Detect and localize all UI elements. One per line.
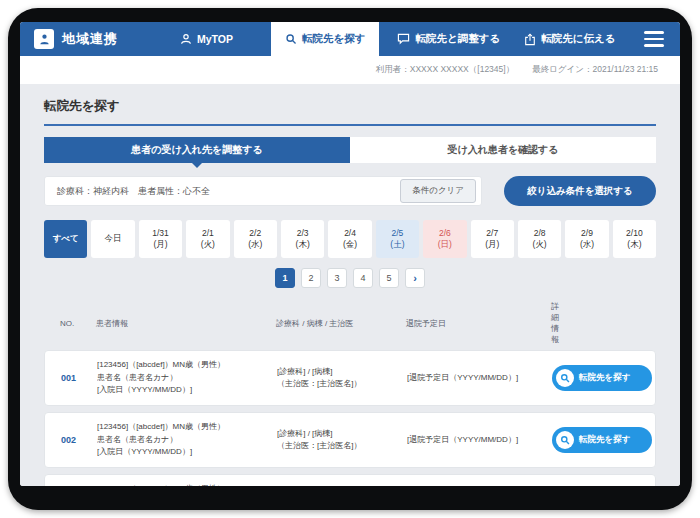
app-title: 地域連携 bbox=[62, 30, 118, 48]
date-tab-weekday: (木) bbox=[296, 239, 310, 250]
main-content: 転院先を探す 患者の受け入れ先を調整する 受け入れ患者を確認する 診療 bbox=[20, 84, 680, 486]
table-row: 001 [123456]（[abcdef]）MN歳（男性） 患者名（患者名カナ）… bbox=[44, 350, 656, 406]
table-row: 003 [123456]（[abcdef]）MN歳（男性） 患者名（患者名カナ）… bbox=[44, 474, 656, 486]
date-tab[interactable]: 2/3 (木) bbox=[281, 220, 324, 258]
filter-conditions-box[interactable]: 診療科：神経内科 患者属性：心不全 条件のクリア bbox=[44, 176, 482, 206]
admission-date: [入院日（YYYY/MM/DD）] bbox=[97, 384, 277, 396]
admission-date: [入院日（YYYY/MM/DD）] bbox=[97, 446, 277, 458]
segment-tab-label: 患者の受け入れ先を調整する bbox=[131, 143, 262, 157]
page-button[interactable]: 4 bbox=[353, 268, 373, 288]
discharge-date-cell: [退院予定日（YYYY/MM/DD）] bbox=[407, 372, 552, 384]
date-tab[interactable]: 2/7 (月) bbox=[471, 220, 514, 258]
date-tab-label: 2/3 bbox=[297, 228, 309, 239]
table-header-row: NO. 患者情報 診療科 / 病棟 / 主治医 退院予定日 詳細情報 bbox=[44, 297, 656, 350]
segment-tab[interactable]: 受け入れ患者を確認する bbox=[350, 137, 656, 163]
dept-ward: [診療科] / [病棟] bbox=[277, 428, 407, 440]
date-tab[interactable]: 今日 bbox=[91, 220, 134, 258]
nav-tab-coordinate[interactable]: 転院先と調整する bbox=[397, 22, 500, 56]
date-tab-label: 今日 bbox=[105, 233, 122, 244]
share-upload-icon bbox=[524, 33, 536, 46]
date-tab-weekday: (水) bbox=[248, 239, 262, 250]
user-label: 利用者：XXXXX XXXXX（[12345]） bbox=[376, 64, 514, 76]
header-discharge-date: 退院予定日 bbox=[406, 318, 551, 329]
date-tab[interactable]: 2/4 (金) bbox=[328, 220, 371, 258]
date-tab[interactable]: 1/31 (月) bbox=[139, 220, 182, 258]
date-tab-weekday: (水) bbox=[580, 239, 594, 250]
date-tab-label: 2/9 bbox=[581, 228, 593, 239]
select-filter-button[interactable]: 絞り込み条件を選択する bbox=[504, 176, 656, 206]
page-button[interactable]: 3 bbox=[327, 268, 347, 288]
nav-mytop-label: MyTOP bbox=[197, 33, 233, 45]
segment-tab[interactable]: 患者の受け入れ先を調整する bbox=[44, 137, 350, 163]
brand: 地域連携 bbox=[20, 22, 118, 56]
filter-row: 診療科：神経内科 患者属性：心不全 条件のクリア 絞り込み条件を選択する bbox=[44, 176, 656, 206]
search-icon bbox=[556, 369, 574, 387]
search-icon bbox=[285, 33, 297, 45]
menu-hamburger-icon[interactable] bbox=[644, 22, 664, 56]
date-tab[interactable]: 2/2 (水) bbox=[234, 220, 277, 258]
page-title: 転院先を探す bbox=[44, 92, 656, 126]
date-tab[interactable]: 2/6 (日) bbox=[423, 220, 466, 258]
chat-bubble-icon bbox=[397, 33, 410, 45]
last-login-label: 最終ログイン：2021/11/23 21:15 bbox=[532, 64, 658, 76]
header-no: NO. bbox=[60, 319, 96, 328]
date-tab[interactable]: 2/8 (火) bbox=[518, 220, 561, 258]
date-tab-weekday: (月) bbox=[153, 239, 167, 250]
page-number: 2 bbox=[308, 273, 313, 283]
next-page-button[interactable]: › bbox=[405, 268, 425, 288]
date-tab-weekday: (金) bbox=[343, 239, 357, 250]
date-tab-label: すべて bbox=[53, 233, 79, 244]
date-tab-weekday: (土) bbox=[390, 239, 404, 250]
date-tab-label: 2/5 bbox=[392, 228, 404, 239]
search-transfer-button-label: 転院先を探す bbox=[579, 434, 630, 446]
nav-tab-notify[interactable]: 転院先に伝える bbox=[524, 22, 615, 56]
page-number: 5 bbox=[386, 273, 391, 283]
segment-tab-label: 受け入れ患者を確認する bbox=[447, 143, 558, 157]
row-number: 001 bbox=[61, 373, 97, 383]
table-row: 002 [123456]（[abcdef]）MN歳（男性） 患者名（患者名カナ）… bbox=[44, 412, 656, 468]
date-tab-weekday: (月) bbox=[485, 239, 499, 250]
action-cell: 転院先を探す bbox=[552, 365, 656, 391]
date-tab[interactable]: 2/1 (火) bbox=[186, 220, 229, 258]
date-tab-weekday: (日) bbox=[438, 239, 452, 250]
search-icon bbox=[556, 431, 574, 449]
date-tab-label: 2/1 bbox=[202, 228, 214, 239]
date-tab[interactable]: 2/10 (木) bbox=[613, 220, 656, 258]
attending-doctor: （主治医：[主治医名]） bbox=[277, 378, 407, 390]
patient-info-cell: [123456]（[abcdef]）MN歳（男性） 患者名（患者名カナ） [入院… bbox=[97, 421, 277, 458]
date-tab[interactable]: 2/9 (水) bbox=[565, 220, 608, 258]
nav-tab-search-active[interactable]: 転院先を探す bbox=[271, 22, 380, 66]
page-button[interactable]: 1 bbox=[275, 268, 295, 288]
clear-conditions-button[interactable]: 条件のクリア bbox=[400, 179, 476, 203]
date-tab-weekday: (火) bbox=[201, 239, 215, 250]
patient-id-age: [123456]（[abcdef]）MN歳（男性） bbox=[97, 421, 277, 433]
patient-id-age: [123456]（[abcdef]）MN歳（男性） bbox=[97, 483, 277, 486]
search-transfer-button-label: 転院先を探す bbox=[579, 372, 630, 384]
patient-info-cell: [123456]（[abcdef]）MN歳（男性） 患者名（患者名カナ） [入院… bbox=[97, 483, 277, 486]
attending-doctor: （主治医：[主治医名]） bbox=[277, 440, 407, 452]
nav-tab-search-label: 転院先を探す bbox=[302, 32, 366, 46]
date-tab[interactable]: 2/5 (土) bbox=[376, 220, 419, 258]
search-transfer-button[interactable]: 転院先を探す bbox=[552, 427, 652, 453]
dept-cell: [診療科] / [病棟] （主治医：[主治医名]） bbox=[277, 428, 407, 453]
action-cell: 転院先を探す bbox=[552, 427, 656, 453]
date-tab-label: 2/7 bbox=[486, 228, 498, 239]
patient-id-age: [123456]（[abcdef]）MN歳（男性） bbox=[97, 359, 277, 371]
chevron-right-icon: › bbox=[413, 272, 417, 284]
date-tab[interactable]: すべて bbox=[44, 220, 87, 258]
page-button[interactable]: 2 bbox=[301, 268, 321, 288]
date-tab-label: 2/6 bbox=[439, 228, 451, 239]
page-button[interactable]: 5 bbox=[379, 268, 399, 288]
header-details: 詳細情報 bbox=[551, 301, 559, 345]
date-tab-label: 2/4 bbox=[344, 228, 356, 239]
patient-name: 患者名（患者名カナ） bbox=[97, 372, 277, 384]
date-tabs: すべて 今日 1/31 (月) bbox=[44, 220, 656, 258]
date-tab-weekday: (火) bbox=[533, 239, 547, 250]
search-transfer-button[interactable]: 転院先を探す bbox=[552, 365, 652, 391]
patient-name: 患者名（患者名カナ） bbox=[97, 434, 277, 446]
page-number: 4 bbox=[360, 273, 365, 283]
header-dept-ward-doctor: 診療科 / 病棟 / 主治医 bbox=[276, 318, 406, 329]
page-number: 3 bbox=[334, 273, 339, 283]
nav-mytop[interactable]: MyTOP bbox=[180, 22, 233, 56]
header-patient-info: 患者情報 bbox=[96, 318, 276, 329]
